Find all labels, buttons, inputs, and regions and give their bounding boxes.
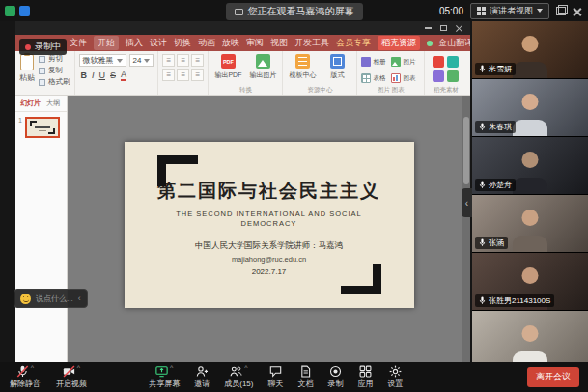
sidebar-collapse-handle[interactable]: ‹ (462, 188, 472, 217)
caret-up-icon[interactable]: ^ (170, 365, 173, 371)
template-center-button[interactable]: 模板中心 (287, 54, 318, 80)
smart-graphic-icon[interactable] (447, 70, 459, 82)
font-size-select[interactable]: 24 (129, 54, 154, 67)
caret-up-icon[interactable]: ^ (244, 365, 247, 371)
menu-tab-file[interactable]: 文件 (70, 37, 87, 49)
paste-button[interactable]: 粘贴 (19, 54, 35, 83)
close-icon[interactable] (573, 7, 581, 15)
strikethrough-button[interactable]: S (110, 70, 116, 80)
caret-up-icon[interactable]: ^ (77, 365, 80, 371)
resource-group: 模板中心 版式 资源中心 (283, 51, 357, 95)
menu-tab-transition[interactable]: 切换 (174, 37, 191, 49)
participant-video[interactable] (472, 311, 588, 362)
chat-button[interactable]: 聊天 (267, 365, 283, 389)
bullet-list-icon[interactable]: ≡ (162, 69, 175, 81)
export-pdf-button[interactable]: PDF 输出PDF (212, 54, 243, 80)
participant-video[interactable]: 张涵 (472, 195, 588, 252)
align-center-icon[interactable]: ≡ (177, 54, 189, 67)
minimize-icon[interactable] (425, 27, 432, 29)
chat-input-placeholder[interactable]: 说点什么... (36, 294, 73, 304)
restore-window-icon[interactable] (556, 7, 566, 15)
meeting-topbar: 您正在观看马嘉鸿的屏幕 05:00 演讲者视图 (0, 0, 588, 21)
chart-button[interactable]: 图表 (391, 70, 420, 86)
scrollbar-thumb[interactable] (463, 117, 469, 184)
underline-button[interactable]: U (99, 70, 106, 80)
menu-tab-animation[interactable]: 动画 (198, 37, 215, 49)
record-button[interactable]: 录制 (327, 365, 343, 389)
settings-button[interactable]: 设置 (387, 365, 403, 389)
icon-library-icon[interactable] (447, 56, 459, 68)
participant-video[interactable]: 孙楚舟 (472, 137, 588, 194)
mic-icon (479, 65, 486, 73)
record-icon (329, 365, 342, 378)
cut-button[interactable]: 剪切 (39, 54, 70, 64)
chart-icon (391, 73, 401, 83)
table-button[interactable]: 表格 (361, 70, 390, 86)
export-image-button[interactable]: 输出图片 (247, 54, 278, 80)
menu-tab-slideshow[interactable]: 放映 (222, 37, 239, 49)
share-screen-button[interactable]: ^ 共享屏幕 (149, 365, 180, 389)
record-dot-icon (25, 44, 31, 50)
italic-button[interactable]: I (92, 70, 95, 80)
close-window-icon[interactable] (456, 25, 462, 32)
font-name-select[interactable]: 微软雅黑 (79, 54, 126, 67)
vertical-scrollbar[interactable] (462, 96, 470, 362)
menu-tab-review[interactable]: 审阅 (246, 37, 264, 49)
menu-tab-home[interactable]: 开始 (94, 36, 119, 50)
apps-button[interactable]: 应用 (357, 365, 373, 389)
line-spacing-icon[interactable]: ≡ (191, 69, 204, 81)
maximize-icon[interactable] (440, 25, 447, 31)
participant-video[interactable]: 米雪妍 (472, 21, 588, 78)
tab-outline[interactable]: 大纲 (46, 98, 60, 108)
album-icon (361, 57, 371, 67)
menu-tab-design[interactable]: 设计 (150, 37, 167, 49)
chat-collapse-icon[interactable]: ‹ (78, 294, 81, 303)
current-slide[interactable]: 第二国际与社会民主主义 THE SECOND INTERNATIONAL AND… (125, 142, 414, 308)
participant-video[interactable]: 朱春琪 (472, 79, 588, 136)
quick-chat-bar[interactable]: 说点什么... ‹ (14, 289, 88, 308)
layout-icon (330, 54, 345, 69)
album-button[interactable]: 相册 (361, 54, 390, 70)
copy-button[interactable]: 复制 (39, 66, 70, 75)
slide-canvas[interactable]: 第二国际与社会民主主义 THE SECOND INTERNATIONAL AND… (68, 96, 470, 362)
docer-group-caption: 稻壳素材 (429, 86, 462, 94)
layout-button[interactable]: 版式 (322, 54, 352, 80)
participant-video[interactable]: 张胜男21143100S (472, 253, 588, 310)
leave-meeting-button[interactable]: 离开会议 (527, 367, 579, 387)
caret-up-icon[interactable]: ^ (31, 365, 34, 371)
docs-button[interactable]: 文档 (297, 365, 313, 389)
docer-material-icon[interactable] (433, 56, 444, 68)
decor-bracket-bottomright-icon (341, 264, 381, 294)
menubar-right: 金山翻译 协作 分享 (427, 36, 470, 50)
members-button[interactable]: ^ 成员(15) (224, 365, 253, 389)
unmute-button[interactable]: ^ 解除静音 (10, 365, 41, 389)
translate-button[interactable]: 金山翻译 (438, 37, 470, 49)
align-right-icon[interactable]: ≡ (191, 54, 204, 67)
menu-tab-vip[interactable]: 会员专享 (336, 37, 371, 49)
start-video-button[interactable]: ^ 开启视频 (56, 365, 87, 389)
wps-window-controls (425, 25, 470, 32)
menu-tab-docer[interactable]: 稻壳资源 (378, 36, 420, 50)
view-mode-button[interactable]: 演讲者视图 (470, 3, 549, 19)
green-app-icon[interactable] (5, 6, 15, 16)
tab-slides[interactable]: 幻灯片 (20, 98, 41, 108)
docer-group: 稻壳素材 (425, 51, 466, 95)
slide-thumbnail[interactable] (25, 117, 60, 138)
invite-button[interactable]: 邀请 (194, 365, 210, 389)
menu-tab-insert[interactable]: 插入 (126, 37, 143, 49)
cut-icon (39, 56, 45, 63)
align-left-icon[interactable]: ≡ (162, 54, 175, 67)
format-painter-button[interactable]: 格式刷 (39, 77, 70, 87)
emoji-icon[interactable] (20, 294, 31, 304)
wps-titlebar (15, 21, 470, 35)
blue-app-icon[interactable] (19, 6, 30, 16)
format-painter-icon (39, 79, 45, 86)
menu-tab-view[interactable]: 视图 (270, 37, 288, 49)
clipboard-icon (20, 54, 34, 70)
font-color-button[interactable]: A (121, 70, 126, 81)
number-list-icon[interactable]: ≡ (177, 69, 189, 81)
picture-button[interactable]: 图片 (391, 54, 420, 70)
bold-button[interactable]: B (81, 70, 88, 80)
background-library-icon[interactable] (433, 70, 444, 82)
menu-tab-devtools[interactable]: 开发工具 (294, 37, 329, 49)
